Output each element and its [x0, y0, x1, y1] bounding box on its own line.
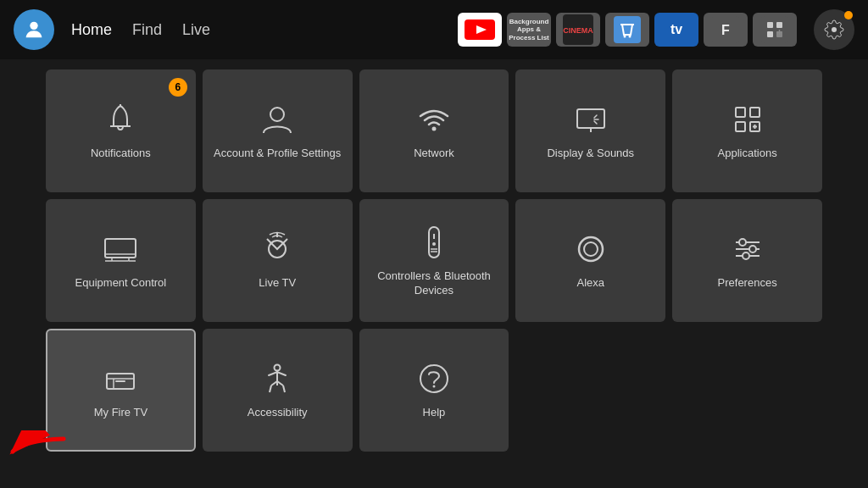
- svg-point-38: [432, 242, 436, 246]
- grid-item-display-sounds[interactable]: Display & Sounds: [515, 69, 665, 192]
- grid-item-notifications[interactable]: 6 Notifications: [46, 69, 196, 192]
- applications-label: Applications: [711, 147, 784, 161]
- app-youtube[interactable]: [458, 13, 502, 47]
- controllers-label: Controllers & Bluetooth Devices: [359, 269, 509, 298]
- grid-item-my-fire-tv[interactable]: My Fire TV: [46, 329, 196, 452]
- grid-item-preferences[interactable]: Preferences: [672, 199, 822, 322]
- svg-point-46: [739, 239, 746, 246]
- f-app-icon: F: [712, 16, 739, 43]
- app-background[interactable]: Background Apps & Process List: [507, 13, 551, 47]
- gear-icon: [824, 19, 844, 40]
- settings-button[interactable]: [814, 9, 854, 50]
- red-arrow-indicator: [8, 430, 68, 476]
- equipment-control-label: Equipment Control: [69, 276, 174, 291]
- svg-rect-5: [614, 16, 641, 43]
- grid-item-network[interactable]: Network: [359, 69, 509, 192]
- fire-tv-icon: [102, 360, 139, 397]
- help-icon: [415, 360, 453, 397]
- grid-item-live-tv[interactable]: Live TV: [203, 199, 353, 322]
- svg-point-0: [30, 22, 37, 30]
- apps-icon: [729, 101, 766, 138]
- svg-point-18: [270, 108, 284, 121]
- navbar: Home Find Live Background Apps & Process…: [0, 0, 868, 59]
- grid-item-equipment-control[interactable]: Equipment Control: [46, 199, 196, 322]
- accessibility-label: Accessibility: [241, 406, 314, 420]
- grid-item-applications[interactable]: Applications: [672, 69, 822, 192]
- svg-rect-20: [577, 109, 604, 128]
- svg-rect-10: [761, 16, 788, 43]
- notifications-label: Notifications: [84, 147, 158, 161]
- app-grid[interactable]: [753, 13, 797, 47]
- tv-monitor-icon: [102, 230, 139, 268]
- app-cinema[interactable]: CINEMA: [556, 13, 600, 47]
- svg-point-58: [432, 385, 435, 388]
- grid-item-controllers[interactable]: Controllers & Bluetooth Devices: [359, 199, 509, 322]
- accessibility-icon: [259, 360, 296, 397]
- nav-links: Home Find Live: [71, 21, 210, 39]
- display-icon: [572, 101, 609, 138]
- youtube-icon: [465, 19, 495, 40]
- svg-point-6: [624, 36, 626, 38]
- sliders-icon: [729, 230, 766, 268]
- preferences-label: Preferences: [711, 276, 784, 291]
- arrow-svg: [8, 430, 68, 473]
- svg-point-53: [275, 365, 281, 371]
- nav-live[interactable]: Live: [182, 21, 210, 39]
- svg-rect-24: [750, 108, 760, 117]
- svg-rect-13: [767, 31, 773, 37]
- help-label: Help: [416, 406, 453, 420]
- svg-rect-52: [115, 380, 125, 382]
- account-label: Account & Profile Settings: [207, 147, 348, 161]
- svg-rect-23: [736, 108, 745, 117]
- bell-icon: [102, 101, 139, 138]
- nav-apps: Background Apps & Process List CINEMA tv: [458, 13, 797, 47]
- shop-icon: [614, 16, 641, 43]
- network-label: Network: [407, 147, 461, 161]
- svg-rect-11: [767, 22, 773, 28]
- my-fire-tv-label: My Fire TV: [87, 406, 154, 420]
- app-tv[interactable]: tv: [654, 13, 698, 47]
- person-icon: [259, 101, 296, 138]
- svg-rect-12: [776, 22, 782, 28]
- antenna-icon: [259, 230, 296, 268]
- svg-text:F: F: [721, 23, 730, 37]
- svg-rect-31: [112, 258, 129, 261]
- avatar-icon: [22, 18, 46, 42]
- svg-point-47: [749, 246, 756, 252]
- svg-text:CINEMA: CINEMA: [563, 26, 593, 35]
- nav-find[interactable]: Find: [132, 21, 162, 39]
- svg-point-41: [579, 237, 603, 261]
- svg-point-7: [629, 36, 632, 38]
- settings-grid: 6 Notifications Account & Profile Settin…: [0, 59, 868, 462]
- svg-point-42: [584, 242, 598, 256]
- svg-line-56: [283, 385, 285, 392]
- grid-item-alexa[interactable]: Alexa: [515, 199, 665, 322]
- user-avatar[interactable]: [14, 9, 54, 50]
- svg-point-19: [431, 127, 436, 131]
- grid-item-account[interactable]: Account & Profile Settings: [203, 69, 353, 192]
- display-sounds-label: Display & Sounds: [540, 147, 641, 161]
- app-shop[interactable]: [605, 13, 649, 47]
- live-tv-label: Live TV: [252, 276, 303, 291]
- svg-line-55: [270, 385, 271, 392]
- app-f[interactable]: F: [704, 13, 748, 47]
- settings-notification-dot: [844, 11, 853, 19]
- alexa-icon: [572, 230, 609, 268]
- grid-app-icon: [761, 16, 788, 43]
- svg-point-48: [743, 252, 749, 259]
- remote-icon: [415, 224, 453, 261]
- cinema-icon: CINEMA: [563, 14, 593, 45]
- svg-rect-25: [736, 122, 745, 131]
- svg-point-57: [420, 365, 448, 392]
- grid-item-accessibility[interactable]: Accessibility: [203, 329, 353, 452]
- wifi-icon: [415, 101, 453, 138]
- settings-grid-wrapper: 6 Notifications Account & Profile Settin…: [0, 59, 868, 462]
- notifications-badge: 6: [169, 78, 187, 97]
- nav-home[interactable]: Home: [71, 21, 112, 39]
- alexa-label: Alexa: [570, 276, 612, 291]
- grid-item-help[interactable]: Help: [359, 329, 509, 452]
